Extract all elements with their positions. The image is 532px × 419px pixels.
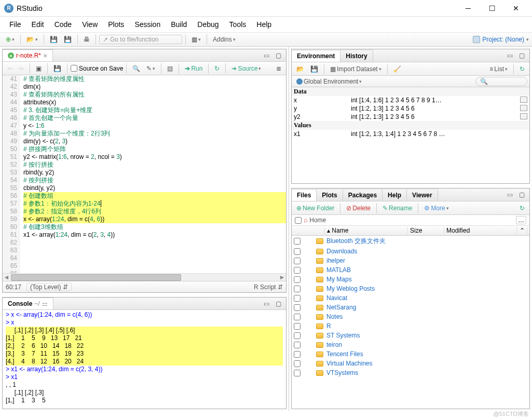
file-link[interactable]: Bluetooth 交换文件夹: [326, 237, 386, 246]
tab-help[interactable]: Help: [383, 188, 407, 201]
file-checkbox[interactable]: [294, 351, 301, 358]
rename-button[interactable]: ✎ Rename: [380, 203, 415, 213]
file-checkbox[interactable]: [294, 360, 301, 367]
env-row[interactable]: xint [1:4, 1:6] 1 2 3 4 5 6 7 8 9 1…: [292, 96, 529, 104]
file-link[interactable]: My Weblog Posts: [326, 285, 375, 292]
list-view-button[interactable]: ≡ List▾: [487, 64, 510, 74]
menu-session[interactable]: Session: [130, 19, 165, 30]
more-button[interactable]: ⚙ More▾: [421, 203, 451, 213]
menu-tools[interactable]: Tools: [225, 19, 251, 30]
file-checkbox[interactable]: [294, 323, 301, 330]
load-workspace-button[interactable]: 📂: [294, 64, 307, 74]
tab-packages[interactable]: Packages: [343, 188, 383, 201]
menu-view[interactable]: View: [78, 19, 102, 30]
file-checkbox[interactable]: [294, 314, 301, 320]
tab-environment[interactable]: Environment: [292, 50, 340, 62]
notebook-button[interactable]: ▤: [165, 63, 175, 74]
refresh-env-button[interactable]: ↻: [517, 64, 527, 74]
file-checkbox[interactable]: [294, 238, 301, 245]
grid-icon[interactable]: [520, 105, 527, 111]
breadcrumb[interactable]: ⌂ Home …: [292, 215, 529, 226]
file-row[interactable]: R: [292, 321, 529, 331]
file-link[interactable]: R: [326, 322, 331, 330]
env-search-input[interactable]: 🔍: [475, 77, 527, 86]
grid-icon[interactable]: [520, 97, 527, 103]
file-checkbox[interactable]: [294, 286, 301, 292]
maximize-files-icon[interactable]: ▢: [516, 190, 527, 200]
print-button[interactable]: 🖶: [81, 34, 92, 45]
file-checkbox[interactable]: [294, 276, 301, 283]
file-link[interactable]: NetSarang: [326, 304, 356, 311]
maximize-console-icon[interactable]: ▢: [273, 299, 284, 309]
find-button[interactable]: 🔍: [130, 63, 143, 74]
file-checkbox[interactable]: [294, 342, 301, 348]
tab-viewer[interactable]: Viewer: [407, 188, 438, 201]
maximize-button[interactable]: ☐: [480, 1, 504, 16]
menu-file[interactable]: File: [5, 19, 25, 30]
save-all-button[interactable]: 💾: [61, 34, 74, 45]
source-button[interactable]: ➔Source▾: [229, 63, 264, 74]
file-row[interactable]: Downloads: [292, 247, 529, 256]
file-link[interactable]: ihelper: [326, 257, 345, 264]
file-row[interactable]: ihelper: [292, 256, 529, 265]
open-file-button[interactable]: 📂▾: [24, 34, 40, 45]
rerun-button[interactable]: ↻: [212, 63, 222, 74]
grid-icon[interactable]: [520, 113, 527, 119]
path-more-button[interactable]: …: [516, 216, 526, 224]
file-row[interactable]: Bluetooth 交换文件夹: [292, 236, 529, 247]
minimize-env-icon[interactable]: ▭: [504, 50, 515, 61]
new-folder-button[interactable]: ⊕ New Folder: [294, 203, 337, 213]
source-tab[interactable]: ● r-note.R* ✕: [3, 49, 53, 61]
editor-hscroll[interactable]: ◄►: [3, 273, 286, 281]
file-checkbox[interactable]: [294, 304, 301, 311]
file-checkbox[interactable]: [294, 248, 301, 255]
new-file-button[interactable]: ⊕▾: [3, 34, 17, 45]
addins-button[interactable]: Addins ▾: [210, 34, 238, 45]
file-checkbox[interactable]: [294, 295, 301, 302]
file-checkbox[interactable]: [294, 258, 301, 264]
file-row[interactable]: My Maps: [292, 275, 529, 284]
file-link[interactable]: Downloads: [326, 248, 357, 255]
tab-plots[interactable]: Plots: [317, 188, 343, 201]
tab-files[interactable]: Files: [292, 189, 317, 201]
run-button[interactable]: ➔Run: [182, 63, 205, 74]
file-row[interactable]: Tencent Files: [292, 349, 529, 359]
menu-plots[interactable]: Plots: [104, 19, 128, 30]
save-button[interactable]: 💾: [47, 34, 60, 45]
language-selector[interactable]: R Script ⇵: [254, 283, 283, 291]
file-link[interactable]: MATLAB: [326, 266, 351, 274]
env-row[interactable]: yint [1:2, 1:3] 1 2 3 4 5 6: [292, 104, 529, 113]
file-link[interactable]: teiron: [326, 341, 342, 348]
delete-button[interactable]: ⊘ Delete: [344, 203, 373, 213]
file-link[interactable]: Virtual Machines: [326, 360, 373, 367]
file-row[interactable]: Navicat: [292, 293, 529, 303]
menu-code[interactable]: Code: [50, 19, 76, 30]
menu-edit[interactable]: Edit: [28, 19, 48, 30]
console-tab[interactable]: Console ~/ ⚏: [3, 298, 53, 309]
menu-help[interactable]: Help: [252, 19, 276, 30]
popout-button[interactable]: ▣: [33, 63, 44, 74]
file-link[interactable]: My Maps: [326, 276, 352, 283]
close-tab-icon[interactable]: ✕: [43, 53, 47, 59]
file-link[interactable]: Navicat: [326, 294, 347, 302]
source-on-save-checkbox[interactable]: Source on Save: [71, 65, 123, 72]
file-checkbox[interactable]: [294, 267, 301, 274]
file-checkbox[interactable]: [294, 370, 301, 376]
file-row[interactable]: teiron: [292, 340, 529, 349]
maximize-env-icon[interactable]: ▢: [516, 50, 527, 61]
tab-history[interactable]: History: [340, 49, 373, 62]
menu-debug[interactable]: Debug: [193, 19, 223, 30]
save-file-button[interactable]: 💾: [51, 63, 64, 74]
file-checkbox[interactable]: [294, 332, 301, 339]
file-row[interactable]: Notes: [292, 312, 529, 321]
minimize-pane-icon[interactable]: ▭: [261, 50, 272, 61]
import-dataset-button[interactable]: ▦ Import Dataset▾: [328, 64, 384, 74]
file-link[interactable]: ST Systems: [326, 332, 360, 339]
maximize-pane-icon[interactable]: ▢: [273, 50, 284, 61]
file-row[interactable]: Virtual Machines: [292, 359, 529, 368]
file-link[interactable]: VTSystems: [326, 369, 358, 376]
save-workspace-button[interactable]: 💾: [308, 64, 321, 74]
refresh-files-button[interactable]: ↻: [517, 203, 527, 213]
minimize-files-icon[interactable]: ▭: [504, 190, 515, 200]
file-row[interactable]: ST Systems: [292, 331, 529, 340]
